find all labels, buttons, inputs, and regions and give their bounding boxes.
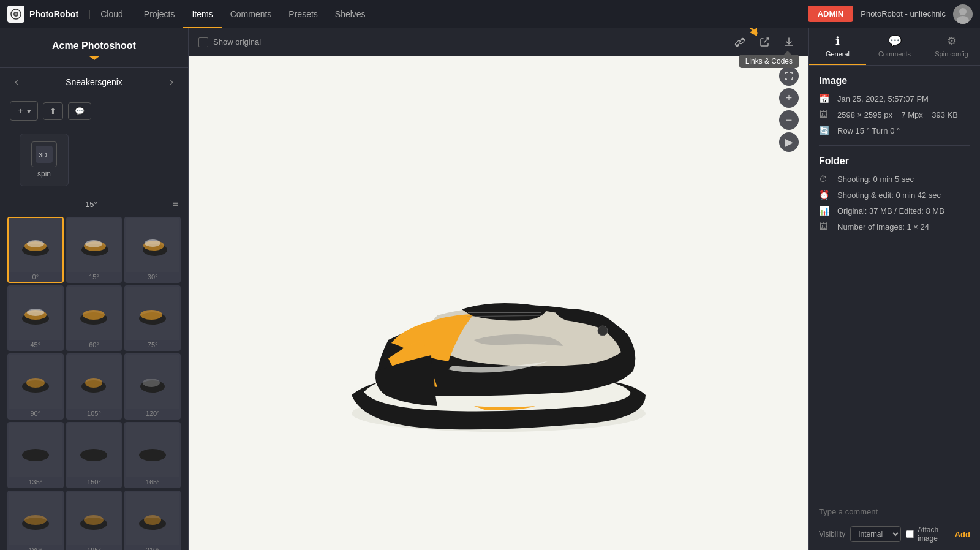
svg-point-2 (15, 13, 17, 15)
thumb-item-180[interactable]: 180° (7, 491, 64, 550)
item-title: Sneakersgenix (66, 77, 123, 87)
visibility-select[interactable]: Internal External Public (850, 526, 901, 542)
svg-point-20 (83, 310, 105, 320)
thumb-item-210[interactable]: 210° (124, 491, 181, 550)
image-viewer: + − ▶ (189, 56, 809, 550)
shooting-time-row: ⏱ Shooting: 0 min 5 sec (819, 174, 970, 184)
thumb-degree-195: 195° (67, 545, 121, 550)
file-size-icon: 📊 (819, 206, 831, 216)
tab-comments[interactable]: 💬 Comments (866, 28, 923, 65)
add-comment-button[interactable]: Add (955, 530, 970, 539)
zoom-in-button[interactable]: + (779, 88, 799, 108)
filter-icon[interactable]: ≡ (173, 198, 178, 209)
thumbnail-grid: 0° 15° 30° (5, 214, 183, 550)
right-panel-content: Image 📅 Jan 25, 2022, 5:57:07 PM 🖼 2598 … (809, 66, 980, 497)
thumbnails-header: 15° ≡ (5, 194, 183, 214)
prev-item-button[interactable]: ‹ (10, 73, 23, 91)
thumb-item-0[interactable]: 0° (7, 217, 64, 283)
fullscreen-button[interactable] (779, 66, 799, 86)
svg-point-9 (27, 240, 44, 247)
svg-point-4 (957, 16, 969, 24)
spin-config-icon: ⚙ (947, 34, 957, 48)
svg-text:3D: 3D (39, 151, 47, 159)
svg-point-46 (598, 326, 608, 336)
thumb-degree-120: 120° (126, 409, 179, 418)
thumb-item-135[interactable]: 135° (7, 422, 64, 488)
thumb-item-120[interactable]: 120° (124, 353, 181, 420)
thumb-item-150[interactable]: 150° (66, 422, 123, 488)
item-actions: ＋ ▾ ⬆ 💬 (0, 96, 188, 126)
thumb-item-45[interactable]: 45° (7, 285, 64, 352)
download-button[interactable] (779, 32, 799, 52)
visibility-label: Visibility (819, 530, 845, 538)
comment-input[interactable] (819, 505, 970, 519)
thumb-degree-210: 210° (126, 545, 179, 550)
links-codes-tooltip: Links & Codes (739, 55, 799, 68)
zoom-out-button[interactable]: − (779, 110, 799, 130)
shooting-edit: Shooting & edit: 0 min 42 sec (837, 190, 941, 200)
svg-point-28 (143, 379, 160, 387)
tab-general[interactable]: ℹ General (809, 28, 866, 65)
plus-icon: ＋ (17, 105, 24, 116)
upload-button[interactable]: ⬆ (43, 102, 63, 120)
user-avatar[interactable] (953, 4, 973, 24)
image-toolbar: Show original (189, 28, 809, 56)
thumb-item-75[interactable]: 75° (124, 285, 181, 352)
spin-card[interactable]: 3D spin (20, 134, 69, 186)
thumb-item-15[interactable]: 15° (66, 217, 123, 283)
photrobot-logo-icon (7, 6, 24, 23)
attach-image-label: Attach image (918, 526, 950, 543)
next-item-button[interactable]: › (165, 73, 178, 91)
nav-item-projects[interactable]: Projects (135, 0, 184, 28)
right-panel: ℹ General 💬 Comments ⚙ Spin config Image… (809, 28, 980, 550)
original-edited-row: 📊 Original: 37 MB / Edited: 8 MB (819, 206, 970, 216)
image-date: Jan 25, 2022, 5:57:07 PM (837, 94, 929, 104)
play-button[interactable]: ▶ (779, 132, 799, 152)
toolbar-right: Links & Codes (730, 32, 799, 52)
attach-image-checkbox[interactable]: Attach image (906, 526, 950, 543)
brand-name: PhotoRobot (29, 9, 78, 19)
thumb-item-60[interactable]: 60° (66, 285, 123, 352)
shooting-edit-row: ⏰ Shooting & edit: 0 min 42 sec (819, 190, 970, 200)
left-sidebar: Acme Photoshoot ‹ Sneakersgenix › ＋ ▾ ⬆ … (0, 28, 189, 550)
nav-item-comments[interactable]: Comments (222, 0, 281, 28)
nav-item-shelves[interactable]: Shelves (326, 0, 374, 28)
svg-point-18 (27, 309, 44, 316)
right-tabs: ℹ General 💬 Comments ⚙ Spin config (809, 28, 980, 66)
images-count-icon: 🖼 (819, 222, 831, 232)
spin-card-row: 3D spin (0, 126, 188, 194)
user-name: PhotoRobot - unitechnic (861, 9, 946, 18)
cloud-label[interactable]: Cloud (100, 9, 123, 19)
tab-spin-config-label: Spin config (935, 50, 968, 58)
thumb-item-195[interactable]: 195° (66, 491, 123, 550)
thumb-item-90[interactable]: 90° (7, 353, 64, 420)
comment-area: Visibility Internal External Public Atta… (809, 497, 980, 550)
svg-point-35 (84, 515, 104, 525)
folder-section-title: Folder (819, 156, 970, 167)
shooting-time: Shooting: 0 min 5 sec (837, 175, 914, 184)
add-item-button[interactable]: ＋ ▾ (10, 101, 38, 121)
show-original-checkbox[interactable] (198, 37, 208, 47)
show-original-toggle[interactable]: Show original (198, 37, 261, 47)
tab-spin-config[interactable]: ⚙ Spin config (923, 28, 980, 65)
thumb-item-30[interactable]: 30° (124, 217, 181, 283)
comment-options: Visibility Internal External Public Atta… (819, 526, 970, 543)
info-date-row: 📅 Jan 25, 2022, 5:57:07 PM (819, 94, 970, 104)
thumb-item-105[interactable]: 105° (66, 353, 123, 420)
nav-item-presets[interactable]: Presets (280, 0, 326, 28)
thumb-item-165[interactable]: 165° (124, 422, 181, 488)
svg-point-33 (24, 515, 47, 525)
thumb-degree-45: 45° (9, 340, 62, 350)
admin-button[interactable]: ADMIN (808, 6, 854, 22)
original-edited: Original: 37 MB / Edited: 8 MB (837, 206, 944, 216)
image-dimensions-icon: 🖼 (819, 110, 831, 119)
attach-checkbox-input[interactable] (906, 530, 914, 538)
top-nav: PhotoRobot | Cloud Projects Items Commen… (0, 0, 980, 28)
svg-point-22 (140, 310, 162, 320)
thumb-degree-0: 0° (9, 272, 62, 282)
num-images-row: 🖼 Number of images: 1 × 24 (819, 222, 970, 232)
nav-item-items[interactable]: Items (183, 0, 221, 28)
comment-button[interactable]: 💬 (68, 102, 91, 120)
logo-area: PhotoRobot | Cloud (7, 6, 123, 23)
section-divider (819, 145, 970, 146)
